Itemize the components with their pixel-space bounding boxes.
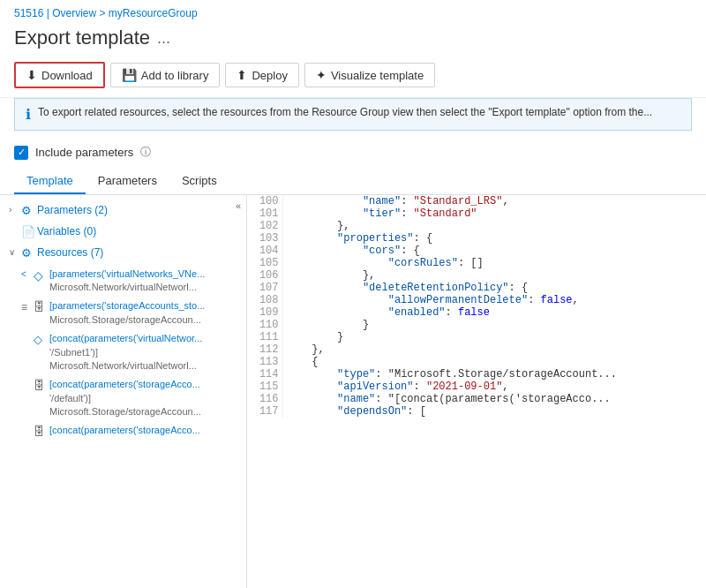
code-panel: 100 "name": "Standard_LRS", 101 "tier": … bbox=[247, 195, 706, 588]
deploy-label: Deploy bbox=[252, 69, 287, 82]
table-row: 103 "properties": { bbox=[247, 232, 706, 245]
subnet-sublabel: '/Subnet1')] bbox=[49, 346, 202, 359]
line-number: 112 bbox=[247, 343, 282, 356]
deploy-button[interactable]: ⬆ Deploy bbox=[225, 63, 298, 87]
code-line: } bbox=[282, 331, 706, 343]
table-row: 113 { bbox=[247, 356, 706, 368]
storage-default-sublabel: '/default')] bbox=[49, 392, 201, 405]
include-params-label: Include parameters bbox=[35, 146, 133, 159]
table-row: 114 "type": "Microsoft.Storage/storageAc… bbox=[247, 368, 706, 381]
line-number: 116 bbox=[247, 393, 282, 405]
table-row: 101 "tier": "Standard" bbox=[247, 207, 706, 220]
subnet-icon: ◇ bbox=[34, 332, 49, 348]
code-line: }, bbox=[282, 343, 706, 356]
tab-template[interactable]: Template bbox=[14, 169, 86, 194]
vnet-toggle[interactable]: < bbox=[21, 268, 34, 281]
line-number: 113 bbox=[247, 356, 282, 368]
code-line: "deleteRetentionPolicy": { bbox=[282, 282, 706, 294]
main-content: « › ⚙ Parameters (2) 📄 Variables (0) ∨ ⚙… bbox=[0, 195, 706, 588]
table-row: 112 }, bbox=[247, 343, 706, 356]
code-line: "dependsOn": [ bbox=[282, 405, 706, 418]
visualize-button[interactable]: ✦ Visualize template bbox=[304, 63, 435, 87]
code-line: "allowPermanentDelete": false, bbox=[282, 294, 706, 306]
tree-item-storage1[interactable]: ≡ 🗄 [parameters('storageAccounts_sto... … bbox=[0, 297, 246, 329]
table-row: 109 "enabled": false bbox=[247, 306, 706, 319]
line-number: 100 bbox=[247, 195, 282, 207]
line-number: 115 bbox=[247, 381, 282, 393]
code-line: "type": "Microsoft.Storage/storageAccoun… bbox=[282, 368, 706, 381]
breadcrumb: 51516 | Overview > myResourceGroup bbox=[0, 0, 706, 23]
line-number: 102 bbox=[247, 220, 282, 232]
table-row: 110 } bbox=[247, 319, 706, 331]
parameters-icon: ⚙ bbox=[21, 203, 37, 219]
table-row: 117 "dependsOn": [ bbox=[247, 405, 706, 418]
resource-group-link[interactable]: myResourceGroup bbox=[109, 7, 198, 19]
code-line: }, bbox=[282, 269, 706, 282]
deploy-icon: ⬆ bbox=[237, 68, 247, 82]
subnet-sublabel2: Microsoft.Network/virtualNetworl... bbox=[49, 359, 202, 373]
table-row: 115 "apiVersion": "2021-09-01", bbox=[247, 381, 706, 393]
tab-scripts[interactable]: Scripts bbox=[169, 169, 229, 194]
variables-label: Variables (0) bbox=[37, 224, 96, 239]
params-info-icon[interactable]: ⓘ bbox=[140, 145, 151, 160]
storage-default-label: [concat(parameters('storageAcco... bbox=[49, 378, 201, 391]
table-row: 108 "allowPermanentDelete": false, bbox=[247, 294, 706, 306]
visualize-icon: ✦ bbox=[316, 68, 327, 82]
tree-item-parameters[interactable]: › ⚙ Parameters (2) bbox=[0, 200, 246, 222]
table-row: 107 "deleteRetentionPolicy": { bbox=[247, 282, 706, 294]
parameters-label: Parameters (2) bbox=[37, 203, 108, 218]
add-to-library-button[interactable]: 💾 Add to library bbox=[110, 63, 221, 87]
info-icon: ℹ bbox=[26, 106, 31, 123]
library-icon: 💾 bbox=[122, 68, 137, 82]
download-button[interactable]: ⬇ Download bbox=[14, 62, 105, 88]
code-line: "cors": { bbox=[282, 245, 706, 257]
code-line: "name": "Standard_LRS", bbox=[282, 195, 706, 207]
storage1-toggle: ≡ bbox=[21, 299, 34, 315]
table-row: 116 "name": "[concat(parameters('storage… bbox=[247, 393, 706, 405]
line-number: 106 bbox=[247, 269, 282, 282]
line-number: 107 bbox=[247, 282, 282, 294]
line-number: 114 bbox=[247, 368, 282, 381]
info-bar: ℹ To export related resources, select th… bbox=[14, 98, 692, 131]
line-number: 111 bbox=[247, 331, 282, 343]
page-options-button[interactable]: ... bbox=[157, 29, 170, 48]
tree-item-storage-default[interactable]: 🗄 [concat(parameters('storageAcco... '/d… bbox=[0, 375, 246, 421]
resources-label: Resources (7) bbox=[37, 245, 103, 260]
parameters-toggle[interactable]: › bbox=[9, 203, 21, 216]
code-line: "tier": "Standard" bbox=[282, 207, 706, 220]
code-line: "enabled": false bbox=[282, 306, 706, 319]
tree-item-variables[interactable]: 📄 Variables (0) bbox=[0, 222, 246, 243]
tab-parameters[interactable]: Parameters bbox=[86, 169, 169, 194]
tree-item-storage2[interactable]: 🗄 [concat(parameters('storageAcco... bbox=[0, 421, 246, 442]
code-line: }, bbox=[282, 220, 706, 232]
resources-toggle[interactable]: ∨ bbox=[9, 245, 21, 259]
storage2-label: [concat(parameters('storageAcco... bbox=[49, 424, 200, 437]
code-line: { bbox=[282, 356, 706, 368]
storage1-icon: 🗄 bbox=[34, 299, 49, 315]
storage-default-sublabel2: Microsoft.Storage/storageAccoun... bbox=[49, 405, 201, 418]
add-library-label: Add to library bbox=[141, 69, 209, 82]
code-table: 100 "name": "Standard_LRS", 101 "tier": … bbox=[247, 195, 706, 418]
line-number: 108 bbox=[247, 294, 282, 306]
line-number: 103 bbox=[247, 232, 282, 245]
subscription-link[interactable]: 51516 | Overview bbox=[14, 7, 96, 19]
line-number: 110 bbox=[247, 319, 282, 331]
storage1-sublabel: Microsoft.Storage/storageAccoun... bbox=[49, 313, 205, 327]
collapse-button[interactable]: « bbox=[236, 200, 241, 211]
download-icon: ⬇ bbox=[26, 68, 37, 82]
page-title-container: Export template ... bbox=[0, 23, 706, 57]
include-params-checkbox[interactable]: ✓ bbox=[14, 146, 28, 160]
tree-item-vnet-subnet[interactable]: ◇ [concat(parameters('virtualNetwor... '… bbox=[0, 329, 246, 375]
line-number: 104 bbox=[247, 245, 282, 257]
info-text: To export related resources, select the … bbox=[38, 106, 652, 118]
table-row: 100 "name": "Standard_LRS", bbox=[247, 195, 706, 207]
variables-toggle bbox=[9, 224, 21, 225]
tree-item-vnet[interactable]: < ◇ [parameters('virtualNetworks_VNe... … bbox=[0, 265, 246, 298]
page-title-text: Export template bbox=[14, 26, 150, 49]
resources-icon: ⚙ bbox=[21, 245, 37, 261]
vnet-label: [parameters('virtualNetworks_VNe... bbox=[49, 268, 205, 281]
vnet-icon: ◇ bbox=[34, 268, 49, 285]
tree-item-resources[interactable]: ∨ ⚙ Resources (7) bbox=[0, 243, 246, 264]
subnet-label: [concat(parameters('virtualNetwor... bbox=[49, 332, 202, 345]
vnet-sublabel: Microsoft.Network/virtualNetworl... bbox=[49, 281, 205, 294]
